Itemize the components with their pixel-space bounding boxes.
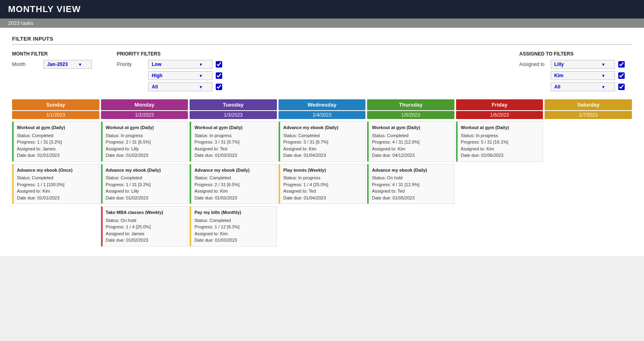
priority-select-low[interactable]: LowMediumHigh: [148, 60, 213, 69]
task-title: Play tennis (Weekly): [283, 167, 362, 174]
assigned-kim-checkbox[interactable]: [618, 72, 625, 79]
task-detail: Status: CompletedProgress: 1 / 1 [100.0%…: [17, 175, 96, 201]
task-detail: Status: In progressProgress: 3 / 31 [9.7…: [194, 132, 273, 159]
day-date-monday: 1/2/2023: [101, 111, 188, 119]
task-card: Workout at gym (Daily) Status: Completed…: [367, 121, 454, 162]
task-detail: Status: CompletedProgress: 3 / 31 [9.7%]…: [283, 132, 362, 159]
task-title: Pay my bills (Monthly): [194, 209, 273, 216]
assigned-select-lilly[interactable]: LillyKimTedJames: [551, 60, 615, 69]
filter-section-title: FILTER INPUTS: [12, 36, 632, 45]
month-select[interactable]: Jan-2023 Feb-2023: [43, 60, 92, 69]
task-card: Advance my ebook (Once) Status: Complete…: [12, 164, 99, 204]
task-card: Advance my ebook (Daily) Status: Complet…: [279, 121, 366, 162]
priority-low-checkbox[interactable]: [216, 61, 222, 68]
priority-filter-group: PRIORITY FILTERS Priority LowMediumHigh …: [117, 51, 229, 91]
task-detail: Status: In progressProgress: 2 / 31 [6.5…: [106, 132, 185, 159]
day-header-thursday: Thursday: [367, 99, 454, 110]
day-header-tuesday: Tuesday: [190, 99, 277, 110]
day-date-friday: 1/6/2023: [456, 111, 543, 119]
task-card: Take MBA classes (Weekly) Status: On hol…: [101, 206, 188, 247]
task-title: Advance my ebook (Daily): [283, 124, 362, 131]
day-sunday: Sunday 1/1/2023 Workout at gym (Daily) S…: [12, 99, 99, 248]
task-title: Advance my ebook (Daily): [194, 167, 273, 174]
priority-high-checkbox[interactable]: [216, 72, 222, 79]
assigned-select-all[interactable]: AllLillyKim: [551, 82, 615, 91]
day-date-thursday: 1/5/2023: [367, 111, 454, 119]
day-date-sunday: 1/1/2023: [12, 111, 99, 119]
calendar-section: Sunday 1/1/2023 Workout at gym (Daily) S…: [12, 99, 632, 248]
task-title: Workout at gym (Daily): [194, 124, 273, 131]
task-detail: Status: In progressProgress: 1 / 4 [25.0…: [283, 175, 362, 201]
assigned-row-all: AllLillyKim ▼: [551, 82, 625, 91]
priority-select-high[interactable]: HighLowMedium: [148, 71, 213, 80]
task-title: Workout at gym (Daily): [461, 124, 540, 131]
day-monday: Monday 1/2/2023 Workout at gym (Daily) S…: [101, 99, 188, 248]
task-detail: Status: In progressProgress: 5 / 31 [16.…: [461, 132, 540, 159]
task-card: Advance my ebook (Daily) Status: Complet…: [190, 164, 277, 204]
day-header-sunday: Sunday: [12, 99, 99, 110]
sub-title: 2023 tasks: [8, 20, 636, 26]
task-detail: Status: CompletedProgress: 4 / 31 [12.9%…: [372, 132, 451, 159]
sub-header: 2023 tasks: [0, 18, 644, 28]
day-header-wednesday: Wednesday: [279, 99, 366, 110]
assigned-lilly-checkbox[interactable]: [618, 61, 625, 68]
task-title: Workout at gym (Daily): [372, 124, 451, 131]
month-filter-title: MONTH FILTER: [12, 51, 93, 57]
priority-label: Priority: [117, 60, 145, 67]
priority-all-checkbox[interactable]: [216, 84, 222, 90]
day-wednesday: Wednesday 1/4/2023 Advance my ebook (Dai…: [279, 99, 366, 248]
assigned-filter-title: ASSIGNED TO FILTERS: [519, 51, 632, 57]
assigned-label: Assigned to: [519, 60, 547, 67]
calendar-grid: Sunday 1/1/2023 Workout at gym (Daily) S…: [12, 99, 632, 248]
priority-filter-title: PRIORITY FILTERS: [117, 51, 229, 57]
day-date-wednesday: 1/4/2023: [279, 111, 366, 119]
month-label: Month: [12, 62, 40, 67]
assigned-filter-group: ASSIGNED TO FILTERS Assigned to LillyKim…: [519, 51, 632, 91]
task-detail: Status: CompletedProgress: 1 / 31 [3.2%]…: [17, 132, 96, 159]
task-title: Advance my ebook (Once): [17, 167, 96, 174]
task-card: Play tennis (Weekly) Status: In progress…: [279, 164, 366, 204]
day-tuesday: Tuesday 1/3/2023 Workout at gym (Daily) …: [190, 99, 277, 248]
day-saturday: Saturday 1/7/2023: [545, 99, 632, 248]
task-title: Advance my ebook (Daily): [106, 167, 185, 174]
day-friday: Friday 1/6/2023 Workout at gym (Daily) S…: [456, 99, 543, 248]
priority-row-low: LowMediumHigh ▼: [148, 60, 222, 69]
task-detail: Status: CompletedProgress: 2 / 31 [6.5%]…: [194, 175, 273, 201]
day-date-tuesday: 1/3/2023: [190, 111, 277, 119]
task-card: Workout at gym (Daily) Status: In progre…: [190, 121, 277, 162]
priority-rows: LowMediumHigh ▼ HighLowMedium ▼: [148, 60, 222, 91]
assigned-rows: LillyKimTedJames ▼ KimLillyTedJames ▼: [551, 60, 625, 91]
day-date-saturday: 1/7/2023: [545, 111, 632, 119]
task-detail: Status: On holdProgress: 1 / 4 [25.0%]As…: [106, 217, 185, 244]
task-card: Advance my ebook (Daily) Status: On hold…: [367, 164, 454, 204]
task-card: Workout at gym (Daily) Status: In progre…: [101, 121, 188, 162]
task-detail: Status: On holdProgress: 4 / 31 [12.9%]A…: [372, 175, 451, 201]
day-thursday: Thursday 1/5/2023 Workout at gym (Daily)…: [367, 99, 454, 248]
task-detail: Status: CompletedProgress: 1 / 12 [8.3%]…: [194, 217, 273, 244]
assigned-select-kim[interactable]: KimLillyTedJames: [551, 71, 615, 80]
task-card: Pay my bills (Monthly) Status: Completed…: [190, 206, 277, 247]
assigned-row-lilly: LillyKimTedJames ▼: [551, 60, 625, 69]
day-header-monday: Monday: [101, 99, 188, 110]
task-card: Advance my ebook (Daily) Status: Complet…: [101, 164, 188, 204]
month-filter-group: MONTH FILTER Month Jan-2023 Feb-2023 ▼: [12, 51, 93, 91]
header-bar: MONTHLY VIEW: [0, 0, 644, 18]
day-header-saturday: Saturday: [545, 99, 632, 110]
assigned-all-checkbox[interactable]: [618, 84, 625, 90]
assigned-row-kim: KimLillyTedJames ▼: [551, 71, 625, 80]
task-detail: Status: CompletedProgress: 1 / 31 [3.2%]…: [106, 175, 185, 201]
task-card: Workout at gym (Daily) Status: In progre…: [456, 121, 543, 162]
task-title: Advance my ebook (Daily): [372, 167, 451, 174]
task-title: Workout at gym (Daily): [106, 124, 185, 131]
priority-row-high: HighLowMedium ▼: [148, 71, 222, 80]
task-title: Take MBA classes (Weekly): [106, 209, 185, 216]
task-title: Workout at gym (Daily): [17, 124, 96, 131]
priority-select-all[interactable]: AllLowHigh: [148, 82, 213, 91]
day-header-friday: Friday: [456, 99, 543, 110]
priority-row-all: AllLowHigh ▼: [148, 82, 222, 91]
header-title: MONTHLY VIEW: [8, 4, 636, 14]
task-card: Workout at gym (Daily) Status: Completed…: [12, 121, 99, 162]
